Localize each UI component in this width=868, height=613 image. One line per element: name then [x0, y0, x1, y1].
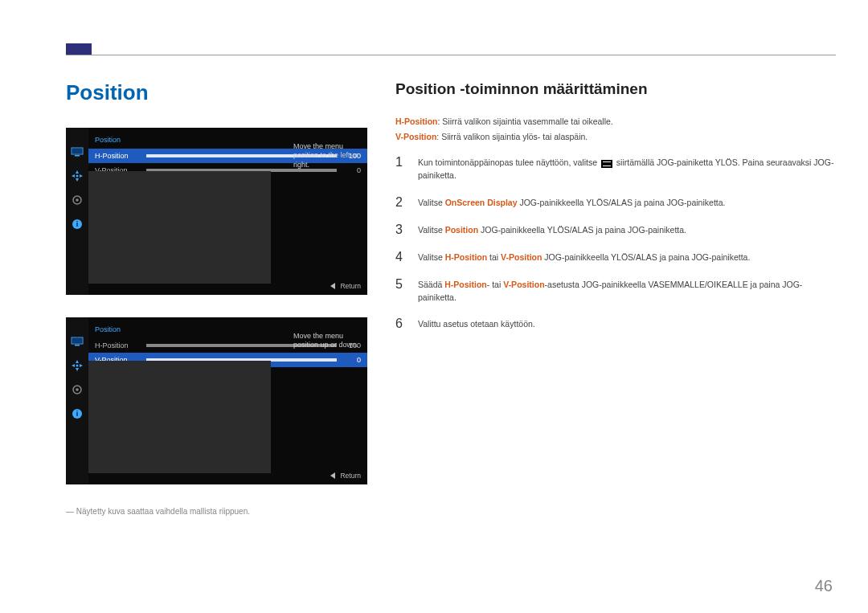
step: 5Säädä H-Position- tai V-Position-asetus… [395, 277, 836, 304]
emphasis: H-Position [445, 252, 488, 262]
svg-marker-19 [80, 364, 83, 367]
svg-rect-1 [72, 149, 82, 153]
info-icon: i [71, 219, 84, 229]
gear-icon [71, 195, 84, 205]
osd-row-value: 0 [342, 356, 361, 364]
osd-info-text: Move the menu position up or down. [293, 332, 367, 350]
svg-point-7 [76, 175, 79, 178]
desc-h-position: H-Position: Siirrä valikon sijaintia vas… [395, 116, 836, 128]
step: 3Valitse Position JOG-painikkeella YLÖS/… [395, 223, 836, 237]
svg-marker-6 [80, 174, 83, 178]
step-number: 2 [395, 195, 407, 210]
step-number: 4 [395, 250, 407, 264]
emphasis: OnScreen Display [445, 198, 518, 207]
step: 6Valittu asetus otetaan käyttöön. [395, 317, 836, 331]
step-body: Säädä H-Position- tai V-Position-asetust… [418, 277, 836, 304]
osd-return-label: Return [340, 282, 361, 290]
step-body: Valitse H-Position tai V-Position JOG-pa… [418, 250, 750, 264]
svg-rect-15 [75, 345, 80, 346]
info-icon: i [71, 409, 84, 419]
footnote: ― Näytetty kuva saattaa vaihdella mallis… [66, 507, 367, 516]
step: 2Valitse OnScreen Display JOG-painikkeel… [395, 195, 836, 210]
svg-text:i: i [76, 220, 79, 228]
svg-point-20 [76, 365, 79, 367]
svg-marker-4 [76, 178, 79, 182]
osd-row-label: H-Position [95, 341, 141, 349]
step-number: 3 [395, 223, 407, 237]
menu-icon [601, 160, 612, 168]
svg-text:i: i [76, 410, 79, 418]
step-number: 5 [395, 277, 407, 292]
emphasis: V-Position [503, 280, 544, 289]
svg-marker-16 [76, 360, 79, 363]
step: 4Valitse H-Position tai V-Position JOG-p… [395, 250, 836, 264]
osd-info-text: Move the menu position to the left or ri… [293, 142, 367, 170]
step-body: Valitse OnScreen Display JOG-painikkeell… [418, 195, 725, 210]
osd-sidebar: i [66, 317, 88, 484]
osd-empty-pane [88, 171, 271, 284]
monitor-icon [71, 337, 84, 346]
page-number: 46 [815, 577, 833, 595]
desc-v-text: : Siirrä valikon sijaintia ylös- tai ala… [436, 132, 588, 141]
step: 1Kun toimintonäppäinopas tulee näyttöön,… [395, 155, 836, 182]
emphasis: H-Position [444, 280, 487, 289]
svg-marker-17 [76, 368, 79, 371]
sub-title: Position -toiminnon määrittäminen [395, 80, 836, 98]
osd-sidebar: i [66, 128, 88, 295]
desc-v-label: V-Position [395, 132, 436, 141]
osd-return-label: Return [340, 472, 361, 480]
osd-empty-pane [88, 361, 271, 473]
dpad-icon [71, 361, 84, 370]
desc-h-label: H-Position [395, 116, 438, 126]
header-rule [66, 55, 836, 55]
svg-point-9 [76, 198, 79, 202]
desc-v-position: V-Position: Siirrä valikon sijaintia ylö… [395, 131, 836, 143]
osd-return: Return [330, 472, 361, 480]
osd-row-label: H-Position [95, 152, 141, 160]
svg-marker-18 [72, 364, 75, 367]
svg-rect-2 [75, 155, 80, 157]
desc-h-text: : Siirrä valikon sijaintia vasemmalle ta… [438, 116, 613, 126]
step-number: 1 [395, 155, 407, 170]
step-body: Valittu asetus otetaan käyttöön. [418, 317, 535, 331]
gear-icon [71, 385, 84, 394]
main-title: Position [66, 80, 367, 105]
svg-marker-25 [330, 472, 335, 479]
osd-screenshot-1: i Position H-Position100V-Position0 Move… [66, 128, 367, 295]
monitor-icon [71, 147, 84, 157]
header-accent [66, 43, 92, 55]
emphasis: V-Position [501, 252, 542, 262]
step-body: Kun toimintonäppäinopas tulee näyttöön, … [418, 155, 836, 182]
svg-marker-3 [76, 170, 79, 174]
dpad-icon [71, 171, 84, 181]
step-number: 6 [395, 317, 407, 331]
svg-marker-5 [72, 174, 75, 178]
svg-rect-14 [72, 338, 82, 343]
svg-point-22 [76, 388, 79, 391]
svg-marker-12 [330, 283, 335, 289]
step-body: Valitse Position JOG-painikkeella YLÖS/A… [418, 223, 686, 237]
osd-screenshot-2: i Position H-Position100V-Position0 Move… [66, 317, 367, 484]
emphasis: Position [445, 225, 478, 235]
osd-return: Return [330, 282, 361, 290]
